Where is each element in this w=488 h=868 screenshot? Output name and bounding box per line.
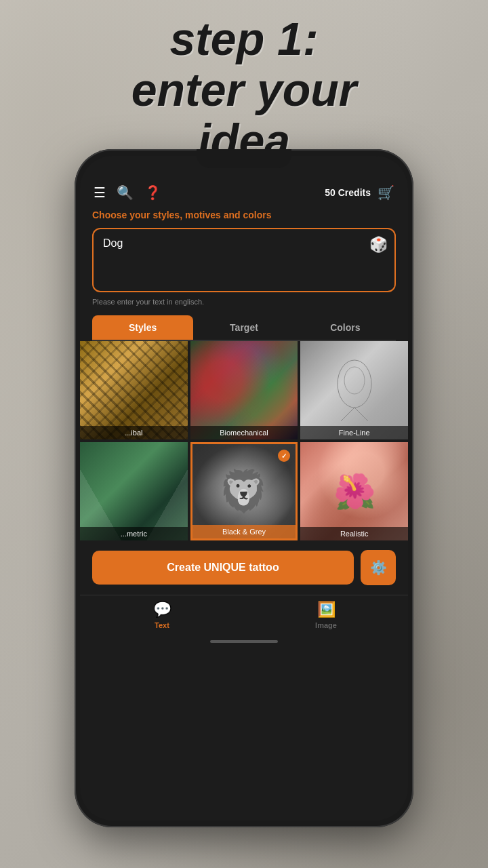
help-icon[interactable]: ❓: [144, 184, 161, 201]
svg-line-4: [354, 408, 368, 421]
input-hint: Please enter your text in englisch.: [92, 298, 396, 306]
phone-frame: ☰ 🔍 ❓ 50 Credits 🛒 Choose your styles, m…: [75, 149, 413, 827]
header-right: 50 Credits 🛒: [325, 184, 394, 201]
home-bar: [210, 640, 278, 643]
style-tabs: Styles Target Colors: [92, 315, 396, 341]
style-label-geometric: ...metric: [80, 527, 188, 540]
style-tribal[interactable]: ...ibal: [80, 341, 188, 439]
choose-prompt: Choose your styles, motives and colors: [92, 209, 396, 221]
idea-input-value: Dog: [103, 237, 385, 250]
screen-content: ☰ 🔍 ❓ 50 Credits 🛒 Choose your styles, m…: [80, 156, 408, 821]
tab-styles[interactable]: Styles: [92, 315, 193, 340]
style-biomechanical[interactable]: Biomechanical: [190, 341, 298, 439]
main-content: Choose your styles, motives and colors D…: [80, 209, 408, 341]
headline-section: step 1:enter youridea: [0, 14, 488, 165]
home-indicator: [80, 639, 408, 643]
style-fine-line[interactable]: Fine-Line: [300, 341, 408, 439]
nav-image[interactable]: 🖼️ Image: [244, 601, 408, 629]
style-black-grey[interactable]: 🦁 Black & Grey: [190, 442, 298, 540]
settings-icon: ⚙️: [370, 559, 387, 576]
tab-target[interactable]: Target: [193, 315, 294, 340]
svg-line-3: [341, 408, 354, 421]
svg-point-1: [344, 367, 365, 394]
headline-text: step 1:enter youridea: [0, 14, 488, 165]
settings-button[interactable]: ⚙️: [361, 550, 396, 585]
tab-colors[interactable]: Colors: [295, 315, 396, 340]
text-nav-label: Text: [155, 621, 169, 629]
image-nav-label: Image: [315, 621, 337, 629]
nav-text[interactable]: 💬 Text: [80, 601, 244, 629]
bottom-nav: 💬 Text 🖼️ Image: [80, 595, 408, 639]
style-geometric[interactable]: ...metric: [80, 442, 188, 540]
style-realistic[interactable]: 🌺 Realistic: [300, 442, 408, 540]
dice-icon[interactable]: 🎲: [369, 236, 388, 254]
header-icons: ☰ 🔍 ❓: [94, 184, 161, 201]
style-label-realistic: Realistic: [300, 527, 408, 540]
text-nav-icon: 💬: [153, 601, 171, 618]
phone-screen: ☰ 🔍 ❓ 50 Credits 🛒 Choose your styles, m…: [80, 156, 408, 821]
menu-icon[interactable]: ☰: [94, 184, 106, 201]
lion-face: 🦁: [218, 467, 269, 515]
phone-notch: [197, 149, 291, 168]
style-label-tribal: ...ibal: [80, 426, 188, 439]
search-icon[interactable]: 🔍: [117, 184, 134, 201]
credits-display: 50 Credits: [325, 187, 371, 198]
image-nav-icon: 🖼️: [317, 601, 336, 618]
style-label-fine-line: Fine-Line: [300, 426, 408, 439]
style-label-black-grey: Black & Grey: [192, 525, 296, 538]
idea-input-container[interactable]: Dog 🎲: [92, 228, 396, 292]
create-tattoo-button[interactable]: Create UNIQUE tattoo: [92, 551, 354, 585]
styles-grid: ...ibal Biomechanical: [80, 341, 408, 540]
cta-area: Create UNIQUE tattoo ⚙️: [80, 540, 408, 595]
style-label-biomechanical: Biomechanical: [190, 426, 298, 439]
cart-icon[interactable]: 🛒: [378, 184, 394, 201]
